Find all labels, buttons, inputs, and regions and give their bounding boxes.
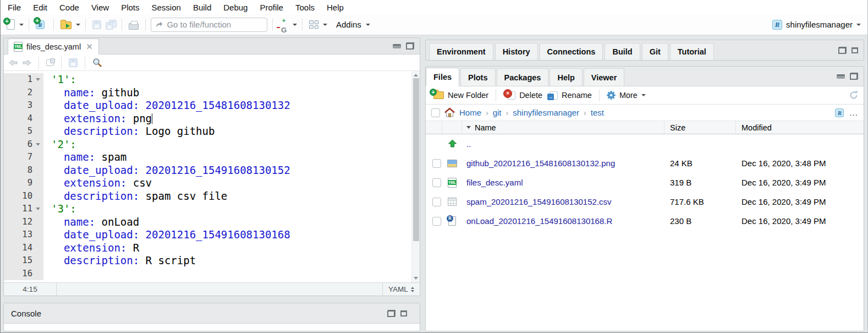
row-checkbox[interactable] xyxy=(432,159,441,168)
breadcrumb-overflow-button[interactable]: ... xyxy=(849,108,858,117)
menu-item-profile[interactable]: Profile xyxy=(254,3,289,12)
cursor-position[interactable]: 4:15 xyxy=(4,283,57,296)
refresh-icon[interactable] xyxy=(849,90,859,100)
select-all-checkbox[interactable] xyxy=(431,108,440,117)
more-button[interactable]: More xyxy=(607,91,646,100)
breadcrumb-item-home[interactable]: Home xyxy=(459,108,481,117)
home-icon[interactable] xyxy=(444,108,455,117)
tab-git[interactable]: Git xyxy=(642,43,668,60)
tab-build[interactable]: Build xyxy=(605,43,640,60)
maximize-pane-icon[interactable] xyxy=(851,47,858,53)
save-icon[interactable] xyxy=(69,58,78,67)
code-editor[interactable]: 1'1':2 name: github3 date_upload: 202012… xyxy=(4,71,420,282)
minimize-pane-icon[interactable] xyxy=(393,44,401,48)
scrollbar-thumb[interactable] xyxy=(413,78,419,241)
goto-file-input[interactable] xyxy=(167,20,262,29)
open-file-dropdown-icon[interactable] xyxy=(76,24,80,26)
restore-pane-icon[interactable] xyxy=(838,47,847,54)
menu-item-tools[interactable]: Tools xyxy=(289,3,321,12)
console-body[interactable] xyxy=(4,324,420,331)
close-tab-icon[interactable]: ✕ xyxy=(85,42,93,51)
menu-item-debug[interactable]: Debug xyxy=(217,3,254,12)
save-button[interactable] xyxy=(91,19,103,30)
code-token: name: xyxy=(51,151,95,163)
file-link[interactable]: onLoad_20201216_15491608130168.R xyxy=(466,216,612,226)
breadcrumb-item-test[interactable]: test xyxy=(591,108,604,117)
row-checkbox[interactable] xyxy=(432,198,441,206)
search-icon[interactable] xyxy=(92,58,102,67)
project-selector[interactable]: R shinyfilesmanager xyxy=(772,20,863,30)
header-checkbox-column xyxy=(426,121,442,134)
new-folder-button[interactable]: + New Folder xyxy=(431,91,488,100)
code-line: 1'1': xyxy=(4,73,411,86)
r-project-icon[interactable]: R xyxy=(835,108,844,117)
fold-toggle-icon[interactable] xyxy=(32,208,43,210)
maximize-pane-icon[interactable] xyxy=(406,42,414,50)
goto-file-search[interactable] xyxy=(151,18,267,32)
forward-icon[interactable] xyxy=(23,59,31,66)
menu-item-build[interactable]: Build xyxy=(187,3,217,12)
scroll-up-icon[interactable] xyxy=(414,74,418,77)
parent-directory-link[interactable]: .. xyxy=(466,139,471,149)
breadcrumb-item-git[interactable]: git xyxy=(493,108,502,117)
fold-toggle-icon[interactable] xyxy=(32,78,43,81)
line-number: 4 xyxy=(4,112,32,125)
tab-files[interactable]: Files xyxy=(426,68,459,86)
scroll-down-icon[interactable] xyxy=(414,277,418,280)
editor-scrollbar[interactable] xyxy=(411,71,420,282)
tab-viewer[interactable]: Viewer xyxy=(584,68,625,86)
size-column-header[interactable]: Size xyxy=(664,121,736,134)
maximize-pane-icon[interactable] xyxy=(400,310,407,316)
tab-packages[interactable]: Packages xyxy=(497,68,549,86)
tab-environment[interactable]: Environment xyxy=(429,43,493,60)
modified-column-header[interactable]: Modified xyxy=(736,121,864,134)
line-gutter: 6 xyxy=(4,138,43,151)
menu-item-view[interactable]: View xyxy=(85,3,115,12)
file-link[interactable]: spam_20201216_15491608130152.csv xyxy=(466,197,612,206)
tab-history[interactable]: History xyxy=(495,43,538,60)
fold-toggle-icon[interactable] xyxy=(32,143,43,146)
name-column-header[interactable]: Name xyxy=(462,121,664,134)
workspace-panes-button[interactable] xyxy=(307,19,320,30)
back-icon[interactable] xyxy=(9,59,18,66)
addins-button[interactable]: Addins xyxy=(334,19,372,30)
tab-help[interactable]: Help xyxy=(550,68,582,86)
code-line: 7 name: spam xyxy=(4,151,411,164)
tab-tutorial[interactable]: Tutorial xyxy=(670,43,714,60)
menu-item-session[interactable]: Session xyxy=(146,3,187,12)
rename-button[interactable]: Rename xyxy=(547,91,592,100)
tab-files-desc-yaml[interactable]: YML files_desc.yaml ✕ xyxy=(8,39,99,54)
line-number: 3 xyxy=(4,99,32,112)
breadcrumb-item-shinyfilesmanager[interactable]: shinyfilesmanager xyxy=(513,108,579,117)
menu-item-plots[interactable]: Plots xyxy=(115,3,145,12)
file-link[interactable]: github_20201216_15481608130132.png xyxy=(466,159,615,168)
menu-item-code[interactable]: Code xyxy=(53,3,85,12)
row-checkbox[interactable] xyxy=(432,217,441,226)
workspace-panes-dropdown-icon[interactable] xyxy=(323,24,327,26)
line-number: 2 xyxy=(4,86,32,100)
tab-plots[interactable]: Plots xyxy=(460,68,495,86)
maximize-pane-icon[interactable] xyxy=(850,73,858,80)
row-checkbox-cell xyxy=(426,217,442,226)
toolbar-separator xyxy=(599,89,600,101)
tab-connections[interactable]: Connections xyxy=(540,43,603,60)
language-mode-selector[interactable]: YAML xyxy=(382,283,420,296)
show-in-new-window-icon[interactable] xyxy=(46,59,54,66)
delete-button[interactable]: Delete xyxy=(503,91,542,100)
version-control-button[interactable] xyxy=(278,14,290,36)
version-control-dropdown-icon[interactable] xyxy=(293,24,297,26)
new-file-dropdown-icon[interactable] xyxy=(19,24,24,26)
restore-pane-icon[interactable] xyxy=(387,310,395,317)
menu-item-help[interactable]: Help xyxy=(321,3,350,12)
menu-item-edit[interactable]: Edit xyxy=(27,3,53,12)
print-button[interactable] xyxy=(127,19,140,31)
new-project-button[interactable]: R + xyxy=(34,19,48,30)
save-all-button[interactable] xyxy=(106,20,117,30)
new-file-button[interactable]: + xyxy=(5,18,17,31)
row-checkbox[interactable] xyxy=(432,178,441,187)
file-link[interactable]: files_desc.yaml xyxy=(466,178,523,187)
open-file-button[interactable] xyxy=(59,19,73,30)
up-directory-icon[interactable] xyxy=(448,139,457,149)
menu-item-file[interactable]: File xyxy=(2,3,27,12)
minimize-pane-icon[interactable] xyxy=(837,74,845,79)
